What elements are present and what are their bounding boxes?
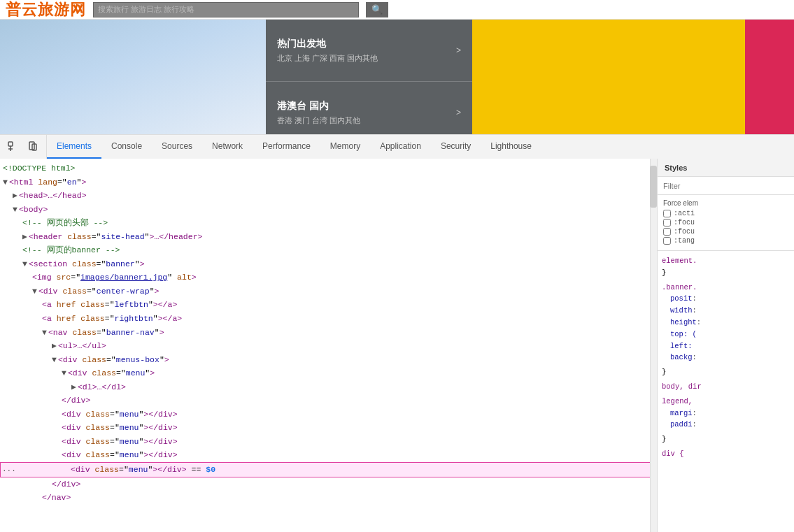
web-search-placeholder: 搜索旅行 旅游日志 旅行攻略	[98, 4, 194, 15]
force-state-active: :acti	[663, 210, 788, 217]
close-nav: </nav>	[0, 491, 657, 505]
force-state-focus1: :focu	[663, 219, 788, 227]
tab-application[interactable]: Application	[370, 135, 431, 159]
div-menu-5: <div class =" menu " ></div>	[0, 448, 657, 462]
arrow-icon-1: >	[456, 45, 461, 55]
div-center-wrap: ▼ <div class =" center-wrap " >	[0, 285, 657, 299]
force-state-focus2: :focu	[663, 228, 788, 236]
img-line: <img src =" images/banner1.jpg " alt >	[0, 271, 657, 285]
devtools-toolbar: Elements Console Sources Network Perform…	[0, 134, 794, 159]
devtools-panels: <!DOCTYPE html> ▼ <html lang =" en " > ▶…	[0, 159, 794, 532]
tab-console[interactable]: Console	[101, 135, 152, 159]
menu-sub-2: 香港 澳门 台湾 国内其他	[277, 115, 360, 126]
close-div-1: </div>	[0, 394, 657, 408]
tab-memory[interactable]: Memory	[320, 135, 370, 159]
nav-banner-nav: ▼ <nav class =" banner-nav " >	[0, 326, 657, 340]
ul-line: ▶ <ul>…</ul>	[0, 339, 657, 353]
tab-sources[interactable]: Sources	[152, 135, 202, 159]
div-menu-expanded: ▼ <div class =" menu " >	[0, 366, 657, 380]
force-focus2-label: :focu	[674, 228, 695, 236]
force-state-tang: :tang	[663, 237, 788, 245]
header-line: ▶ <header class =" site-head " >…</heade…	[0, 230, 657, 244]
a-leftbtn: <a href class =" leftbtn " ></a>	[0, 298, 657, 312]
web-search-input: 搜索旅行 旅游日志 旅行攻略	[93, 2, 359, 17]
css-rule-div: div {	[658, 447, 794, 461]
force-active-label: :acti	[674, 210, 695, 217]
elements-tree: <!DOCTYPE html> ▼ <html lang =" en " > ▶…	[0, 159, 657, 532]
css-rule-body: body, dir	[658, 380, 794, 394]
doctype-line: <!DOCTYPE html>	[0, 161, 657, 175]
comment-head-line: <!-- 网页的头部 -->	[0, 216, 657, 230]
devtools-tab-list: Elements Console Sources Network Perform…	[47, 135, 794, 159]
menu-overlay: 热门出发地 北京 上海 广深 西南 国内其他 > 港澳台 国内 香港 澳门 台湾…	[266, 20, 472, 134]
tab-network[interactable]: Network	[202, 135, 253, 159]
section-line: ▼ <section class =" banner " >	[0, 257, 657, 271]
svg-rect-0	[8, 142, 13, 146]
tab-performance[interactable]: Performance	[253, 135, 320, 159]
menu-title-1: 热门出发地	[277, 38, 378, 50]
devtools-icons-group	[0, 135, 47, 159]
force-focus2-checkbox[interactable]	[663, 228, 671, 236]
force-element-states: Force elem :acti :focu :focu :tang	[658, 195, 794, 251]
styles-title: Styles	[665, 164, 687, 172]
div-menus-box: ▼ <div class =" menus-box " >	[0, 353, 657, 367]
div-menu-2: <div class =" menu " ></div>	[0, 408, 657, 422]
html-tag-line: ▼ <html lang =" en " >	[0, 175, 657, 189]
comment-banner-line: <!-- 网页的banner -->	[0, 243, 657, 257]
menu-sub-1: 北京 上海 广深 西南 国内其他	[277, 53, 378, 64]
right-edge-image	[745, 20, 794, 134]
div-menu-highlighted[interactable]: ... <div class =" menu " ></div> == $0	[0, 462, 657, 477]
web-search-button: 🔍	[366, 2, 388, 17]
css-rule-element: element. }	[658, 254, 794, 280]
tab-lighthouse[interactable]: Lighthouse	[481, 135, 541, 159]
force-focus1-checkbox[interactable]	[663, 219, 671, 227]
dots-indicator: ...	[2, 463, 16, 476]
menu-item-2: 港澳台 国内 香港 澳门 台湾 国内其他 >	[266, 82, 472, 134]
elements-scrollbar[interactable]	[650, 159, 657, 532]
styles-filter-input[interactable]	[663, 182, 788, 190]
a-rightbtn: <a href class =" rightbtn " ></a>	[0, 312, 657, 326]
webpage-content: 热门出发地 北京 上海 广深 西南 国内其他 > 港澳台 国内 香港 澳门 台湾…	[0, 20, 794, 134]
close-div-2: </div>	[0, 477, 657, 491]
css-rule-banner: .banner. posit: width: height: top: ( le…	[658, 280, 794, 366]
css-rule-legend: legend, margi: paddi:	[658, 394, 794, 432]
selected-element-marker: $0	[206, 463, 215, 477]
force-active-checkbox[interactable]	[663, 210, 671, 217]
head-line: ▶ <head>…</head>	[0, 189, 657, 203]
inspect-element-icon[interactable]	[6, 139, 21, 154]
elements-panel[interactable]: <!DOCTYPE html> ▼ <html lang =" en " > ▶…	[0, 159, 658, 532]
tab-security[interactable]: Security	[431, 135, 481, 159]
webpage-preview: 普云旅游网 搜索旅行 旅游日志 旅行攻略 🔍 热门出发地 北京 上海 广深 西南…	[0, 0, 794, 134]
css-rules-list: element. } .banner. posit: width: height…	[658, 251, 794, 532]
force-elem-title: Force elem	[663, 199, 788, 207]
styles-header: Styles	[658, 159, 794, 177]
menu-title-2: 港澳台 国内	[277, 100, 360, 113]
css-rule-close-brace: }	[658, 365, 794, 380]
css-rule-close-brace2: }	[658, 432, 794, 447]
webpage-top-bar: 普云旅游网 搜索旅行 旅游日志 旅行攻略 🔍	[0, 0, 794, 20]
force-tang-checkbox[interactable]	[663, 237, 671, 245]
device-toolbar-icon[interactable]	[25, 139, 41, 154]
dl-line: ▶ <dl>…</dl>	[0, 380, 657, 394]
bg-image-left	[0, 20, 266, 134]
tab-elements[interactable]: Elements	[47, 135, 101, 159]
elements-scrollbar-thumb[interactable]	[650, 166, 657, 208]
background-image	[0, 20, 266, 134]
styles-filter-bar[interactable]	[658, 177, 794, 195]
menu-item-1: 热门出发地 北京 上海 广深 西南 国内其他 >	[266, 20, 472, 82]
styles-panel: Styles Force elem :acti :focu :focu :tan…	[658, 159, 794, 532]
website-logo: 普云旅游网	[6, 0, 86, 20]
body-line: ▼ <body>	[0, 203, 657, 217]
div-menu-3: <div class =" menu " ></div>	[0, 421, 657, 435]
force-tang-label: :tang	[674, 237, 695, 245]
force-focus1-label: :focu	[674, 219, 695, 227]
arrow-icon-2: >	[456, 108, 461, 117]
div-menu-4: <div class =" menu " ></div>	[0, 435, 657, 449]
